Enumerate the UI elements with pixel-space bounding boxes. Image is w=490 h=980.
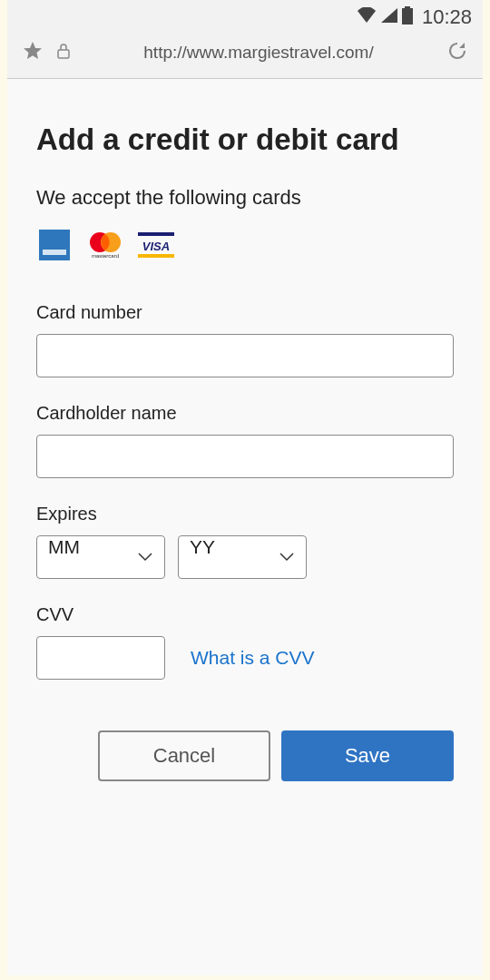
save-button[interactable]: Save bbox=[281, 730, 454, 781]
cvv-group: CVV What is a CVV bbox=[36, 604, 454, 680]
cardholder-name-input[interactable] bbox=[36, 435, 454, 478]
browser-chrome: 10:28 http://www.margiestravel.com/ bbox=[7, 0, 483, 79]
status-bar: 10:28 bbox=[7, 0, 483, 31]
svg-rect-4 bbox=[43, 250, 66, 255]
svg-text:VISA: VISA bbox=[142, 240, 170, 253]
cellular-icon bbox=[380, 7, 398, 27]
svg-rect-7 bbox=[138, 232, 174, 236]
what-is-cvv-link[interactable]: What is a CVV bbox=[191, 647, 315, 669]
browser-toolbar: http://www.margiestravel.com/ bbox=[7, 31, 483, 78]
expires-group: Expires MM YY bbox=[36, 504, 454, 579]
amex-logo-icon bbox=[36, 231, 73, 259]
cvv-label: CVV bbox=[36, 604, 454, 625]
battery-icon bbox=[402, 6, 413, 28]
card-logos-row: mastercard VISA bbox=[36, 231, 454, 259]
visa-logo-icon: VISA bbox=[138, 231, 174, 259]
wifi-icon bbox=[357, 7, 377, 27]
accepted-cards-subtitle: We accept the following cards bbox=[36, 186, 454, 210]
expiry-year-select[interactable]: YY bbox=[178, 535, 307, 579]
page-title: Add a credit or debit card bbox=[36, 122, 454, 157]
card-number-group: Card number bbox=[36, 302, 454, 377]
form-actions: Cancel Save bbox=[36, 730, 454, 781]
svg-rect-9 bbox=[138, 254, 174, 258]
status-time: 10:28 bbox=[422, 5, 472, 29]
card-number-input[interactable] bbox=[36, 334, 454, 377]
reload-icon[interactable] bbox=[446, 40, 468, 65]
svg-rect-0 bbox=[402, 8, 413, 24]
cvv-input[interactable] bbox=[36, 636, 165, 680]
lock-icon bbox=[56, 43, 71, 63]
cardholder-name-group: Cardholder name bbox=[36, 403, 454, 478]
card-number-label: Card number bbox=[36, 302, 454, 323]
expiry-year-value: YY bbox=[178, 535, 307, 579]
page-content: Add a credit or debit card We accept the… bbox=[7, 79, 483, 975]
mastercard-logo-icon: mastercard bbox=[87, 231, 123, 259]
svg-rect-1 bbox=[405, 6, 410, 9]
cancel-button[interactable]: Cancel bbox=[98, 730, 270, 781]
expires-label: Expires bbox=[36, 504, 454, 524]
svg-rect-3 bbox=[39, 230, 70, 260]
expiry-month-value: MM bbox=[36, 535, 165, 579]
url-bar[interactable]: http://www.margiestravel.com/ bbox=[83, 43, 434, 63]
mastercard-label: mastercard bbox=[92, 253, 119, 259]
bookmark-star-icon[interactable] bbox=[22, 40, 44, 65]
cardholder-name-label: Cardholder name bbox=[36, 403, 454, 424]
expiry-month-select[interactable]: MM bbox=[36, 535, 165, 579]
svg-rect-2 bbox=[58, 50, 69, 58]
